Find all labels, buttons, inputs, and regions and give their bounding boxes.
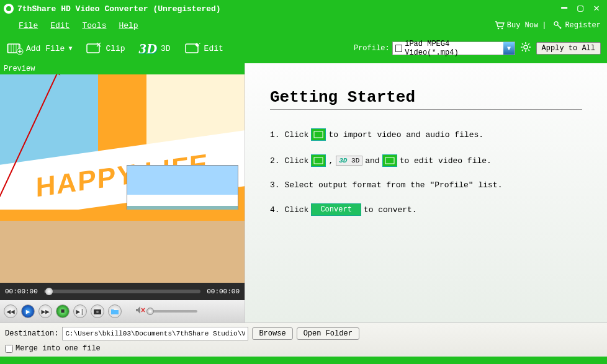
app-logo-icon bbox=[4, 4, 14, 14]
edit-label: Edit bbox=[204, 44, 223, 53]
maximize-button[interactable]: ▢ bbox=[573, 2, 587, 16]
profile-select[interactable]: iPad MPEG4 Video(*.mp4) ▼ bbox=[392, 42, 515, 55]
mini-edit-icon bbox=[382, 154, 397, 167]
merge-checkbox[interactable] bbox=[5, 345, 13, 353]
separator: | bbox=[542, 21, 546, 30]
bottom-panel: Destination: Browse Open Folder Merge in… bbox=[0, 322, 607, 357]
register-link[interactable]: Register bbox=[554, 21, 601, 30]
time-end: 00:00:00 bbox=[207, 288, 240, 295]
step1-text-a: 1. Click bbox=[270, 130, 308, 140]
mini-3d-icon: 3D 3D bbox=[336, 156, 362, 166]
volume-slider[interactable] bbox=[148, 310, 197, 313]
camera-icon bbox=[94, 308, 101, 314]
add-file-button[interactable]: Add File ▼ bbox=[6, 40, 72, 57]
clip-icon bbox=[86, 40, 103, 57]
footer-bar bbox=[0, 357, 607, 364]
mini-addfile-icon bbox=[311, 128, 326, 141]
open-folder-button[interactable]: Open Folder bbox=[297, 327, 359, 340]
getting-started-heading: Getting Started bbox=[270, 88, 582, 110]
step2-text-a: 2. Click bbox=[270, 156, 308, 166]
key-icon bbox=[554, 21, 562, 30]
step-1: 1. Click to import video and audio files… bbox=[270, 128, 582, 141]
menu-file[interactable]: File bbox=[19, 21, 38, 30]
stop-button[interactable]: ■ bbox=[56, 304, 70, 318]
step4-text-b: to convert. bbox=[364, 205, 417, 215]
svg-point-10 bbox=[96, 311, 99, 313]
speaker-mute-icon bbox=[135, 306, 145, 314]
buy-now-link[interactable]: Buy Now bbox=[495, 21, 538, 30]
edit-icon bbox=[184, 40, 202, 57]
step1-text-b: to import video and audio files. bbox=[328, 130, 483, 140]
step-3: 3. Select output format from the "Profil… bbox=[270, 180, 582, 190]
browse-button[interactable]: Browse bbox=[252, 327, 292, 340]
destination-label: Destination: bbox=[5, 329, 58, 338]
toolbar: Add File ▼ Clip 3D 3D Edit Profile: iPad… bbox=[0, 33, 607, 63]
clip-label: Clip bbox=[106, 44, 125, 53]
profile-value: iPad MPEG4 Video(*.mp4) bbox=[405, 40, 503, 57]
apply-to-all-button[interactable]: Apply to All bbox=[536, 42, 601, 55]
menu-edit[interactable]: Edit bbox=[50, 21, 70, 30]
preview-image: HAPPY LIFE bbox=[0, 74, 245, 283]
step3-text: 3. Select output format from the "Profil… bbox=[270, 180, 502, 190]
svg-point-0 bbox=[6, 6, 11, 11]
buy-now-label: Buy Now bbox=[507, 21, 538, 30]
close-button[interactable]: ✕ bbox=[590, 2, 603, 16]
clip-button[interactable]: Clip bbox=[86, 40, 125, 57]
rewind-button[interactable]: ◀◀ bbox=[4, 304, 17, 318]
register-label: Register bbox=[565, 21, 601, 30]
folder-icon bbox=[111, 308, 119, 314]
gear-icon bbox=[520, 42, 531, 53]
destination-input[interactable] bbox=[62, 327, 248, 340]
step-4: 4. Click Convert to convert. bbox=[270, 203, 582, 216]
mini-convert-button: Convert bbox=[311, 203, 361, 216]
svg-point-2 bbox=[501, 28, 503, 30]
forward-button[interactable]: ▶▶ bbox=[38, 304, 52, 318]
add-file-label: Add File bbox=[26, 44, 65, 53]
play-button[interactable]: ▶ bbox=[21, 304, 35, 318]
menu-tools[interactable]: Tools bbox=[82, 21, 106, 30]
window-title: 7thShare HD Video Converter (Unregistere… bbox=[17, 4, 555, 14]
next-button[interactable]: ▶| bbox=[73, 304, 87, 318]
menu-bar: File Edit Tools Help Buy Now | Register bbox=[0, 17, 607, 33]
player-controls: ◀◀ ▶ ▶▶ ■ ▶| bbox=[0, 300, 245, 322]
step2-text-b: to edit video file. bbox=[400, 156, 492, 166]
title-bar: 7thShare HD Video Converter (Unregistere… bbox=[0, 0, 607, 17]
edit-button[interactable]: Edit bbox=[184, 40, 223, 57]
profile-format-icon bbox=[395, 45, 403, 52]
step-2: 2. Click , 3D 3D and to edit video file. bbox=[270, 154, 582, 167]
step2-and: and bbox=[365, 156, 379, 166]
svg-rect-11 bbox=[314, 131, 323, 138]
mini-clip-icon bbox=[311, 154, 326, 167]
svg-point-8 bbox=[524, 45, 528, 49]
seek-slider[interactable] bbox=[44, 290, 200, 293]
menu-help[interactable]: Help bbox=[119, 21, 138, 30]
film-add-icon bbox=[6, 40, 24, 57]
profile-dropdown-icon: ▼ bbox=[503, 42, 514, 55]
snapshot-button[interactable] bbox=[91, 304, 104, 318]
3d-button[interactable]: 3D 3D bbox=[139, 40, 171, 57]
step2-comma: , bbox=[328, 156, 333, 166]
preview-pane: Preview HAPPY LIFE 00:00:00 00:00:00 ◀◀ … bbox=[0, 63, 245, 322]
svg-point-1 bbox=[497, 28, 499, 30]
preview-title: Preview bbox=[0, 63, 245, 74]
dropdown-caret-icon: ▼ bbox=[68, 45, 72, 52]
cart-icon bbox=[495, 21, 505, 30]
profile-label: Profile: bbox=[354, 44, 390, 53]
svg-rect-12 bbox=[314, 158, 323, 164]
folder-button[interactable] bbox=[108, 304, 122, 318]
mute-button[interactable] bbox=[135, 306, 145, 317]
settings-button[interactable] bbox=[520, 42, 531, 56]
minimize-button[interactable]: ━ bbox=[557, 2, 571, 16]
time-bar: 00:00:00 00:00:00 bbox=[0, 283, 245, 300]
3d-label: 3D bbox=[161, 44, 171, 53]
3d-icon: 3D bbox=[139, 40, 157, 57]
merge-label: Merge into one file bbox=[16, 344, 101, 353]
step4-text-a: 4. Click bbox=[270, 205, 308, 215]
svg-rect-13 bbox=[385, 158, 394, 164]
getting-started-pane: Getting Started 1. Click to import video… bbox=[245, 63, 607, 322]
time-start: 00:00:00 bbox=[5, 288, 38, 295]
